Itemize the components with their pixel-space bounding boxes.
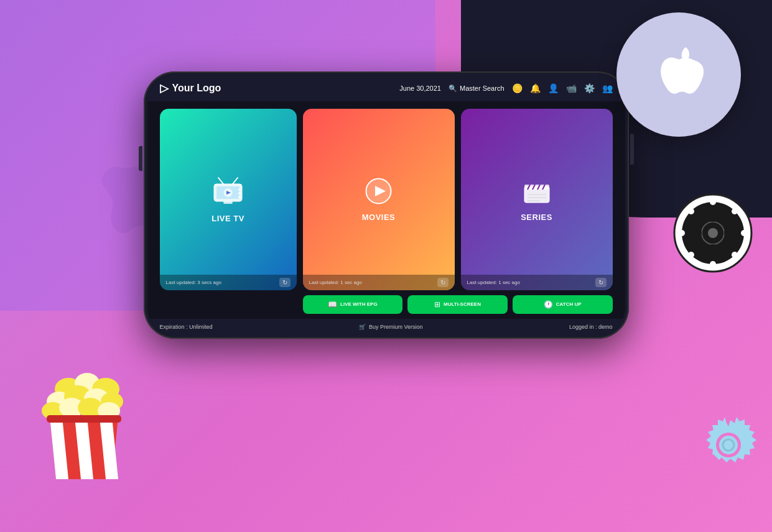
live-epg-icon: 📖: [328, 300, 337, 309]
live-epg-label: LIVE WITH EPG: [340, 301, 378, 308]
svg-rect-34: [223, 201, 233, 204]
live-tv-refresh-icon[interactable]: ↻: [279, 278, 291, 287]
movies-title: MOVIES: [362, 213, 396, 222]
svg-point-37: [238, 188, 241, 191]
phone-side-button-left: [139, 146, 142, 171]
svg-point-4: [705, 244, 720, 259]
series-refresh-icon[interactable]: ↻: [595, 278, 607, 287]
logo-play-icon: ▷: [160, 81, 169, 95]
card-live-tv[interactable]: LIVE TV Last updated: 3 secs ago ↻: [160, 109, 297, 290]
catch-up-icon: 🕐: [544, 300, 553, 309]
settings-icon[interactable]: ⚙️: [584, 83, 595, 93]
movies-update: Last updated: 1 sec ago ↻: [303, 275, 455, 290]
svg-point-8: [710, 199, 716, 205]
svg-point-5: [687, 226, 702, 241]
user-icon[interactable]: 👤: [548, 83, 559, 93]
search-label: Master Search: [460, 85, 505, 92]
catch-up-label: CATCH UP: [556, 301, 582, 308]
live-tv-update-text: Last updated: 3 secs ago: [166, 280, 221, 285]
search-area[interactable]: 🔍 Master Search: [449, 85, 505, 93]
apple-icon: [644, 40, 713, 109]
series-icon: [521, 177, 552, 208]
app-main: LIVE TV Last updated: 3 secs ago ↻: [147, 101, 625, 319]
movies-update-text: Last updated: 1 sec ago: [309, 280, 362, 285]
svg-point-7: [708, 228, 718, 238]
svg-point-14: [688, 252, 694, 258]
series-update: Last updated: 1 sec ago ↻: [461, 275, 613, 290]
bell-icon[interactable]: 🔔: [530, 83, 541, 93]
apple-badge: [616, 12, 741, 137]
gear-decoration: [697, 414, 760, 476]
action-buttons-row: 📖 LIVE WITH EPG ⊞ MULTI-SCREEN 🕐 CATCH U…: [303, 295, 613, 314]
cart-icon: 🛒: [359, 324, 366, 330]
multi-screen-label: MULTI-SCREEN: [444, 301, 481, 308]
content-grid: LIVE TV Last updated: 3 secs ago ↻: [160, 109, 613, 290]
expiration-text: Expiration : Unlimited: [160, 324, 213, 330]
btn-catch-up[interactable]: 🕐 CATCH UP: [513, 295, 613, 314]
btn-live-epg[interactable]: 📖 LIVE WITH EPG: [303, 295, 403, 314]
svg-point-13: [732, 208, 738, 214]
video-icon[interactable]: 📹: [566, 83, 577, 93]
logo-area: ▷ Your Logo: [160, 81, 221, 95]
buy-label: Buy Premium Version: [369, 324, 423, 330]
svg-point-12: [688, 208, 694, 214]
phone-screen: ▷ Your Logo June 30,2021 🔍 Master Search…: [147, 75, 625, 335]
app-footer: Expiration : Unlimited 🛒 Buy Premium Ver…: [147, 319, 625, 335]
movies-refresh-icon[interactable]: ↻: [437, 278, 449, 287]
users-icon[interactable]: 👥: [602, 83, 613, 93]
app-screen: ▷ Your Logo June 30,2021 🔍 Master Search…: [147, 75, 625, 335]
header-date: June 30,2021: [399, 85, 441, 92]
logged-in-text: Logged in : demo: [569, 324, 613, 330]
svg-point-38: [238, 192, 241, 195]
live-tv-icon: [211, 177, 245, 209]
multi-screen-icon: ⊞: [434, 300, 440, 309]
live-tv-update: Last updated: 3 secs ago ↻: [160, 275, 297, 290]
header-icons: 🪙 🔔 👤 📹 ⚙️ 👥: [512, 83, 613, 93]
app-header: ▷ Your Logo June 30,2021 🔍 Master Search…: [147, 75, 625, 101]
svg-point-9: [710, 261, 716, 267]
svg-point-11: [741, 230, 747, 236]
svg-line-32: [218, 178, 223, 184]
svg-point-39: [238, 196, 241, 198]
phone-body: ▷ Your Logo June 30,2021 🔍 Master Search…: [144, 71, 629, 339]
phone-side-button-right: [630, 134, 634, 165]
card-movies[interactable]: MOVIES Last updated: 1 sec ago ↻: [303, 109, 455, 290]
wallet-icon[interactable]: 🪙: [512, 83, 523, 93]
svg-line-33: [233, 178, 238, 184]
series-update-text: Last updated: 1 sec ago: [467, 280, 520, 285]
svg-point-6: [724, 226, 739, 241]
svg-point-15: [732, 252, 738, 258]
film-reel-decoration: [672, 193, 753, 273]
popcorn-decoration: [37, 370, 137, 495]
logo-text: Your Logo: [172, 83, 221, 94]
svg-rect-29: [47, 415, 121, 423]
movies-icon: [365, 177, 393, 208]
buy-premium-button[interactable]: 🛒 Buy Premium Version: [359, 324, 423, 330]
svg-point-10: [679, 230, 685, 236]
card-series[interactable]: SERIES Last updated: 1 sec ago ↻: [461, 109, 613, 290]
btn-multi-screen[interactable]: ⊞ MULTI-SCREEN: [407, 295, 508, 314]
svg-point-17: [723, 439, 734, 451]
series-title: SERIES: [521, 213, 552, 222]
svg-point-3: [705, 207, 720, 222]
phone-mockup: ▷ Your Logo June 30,2021 🔍 Master Search…: [144, 71, 629, 339]
live-tv-title: LIVE TV: [212, 214, 244, 223]
search-icon: 🔍: [449, 85, 457, 93]
